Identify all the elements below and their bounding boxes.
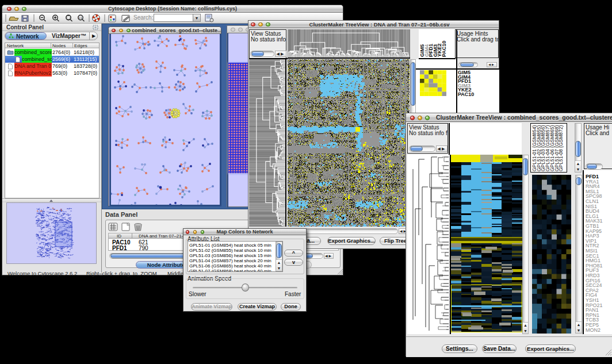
svg-text:1:1: 1:1 — [79, 17, 83, 20]
